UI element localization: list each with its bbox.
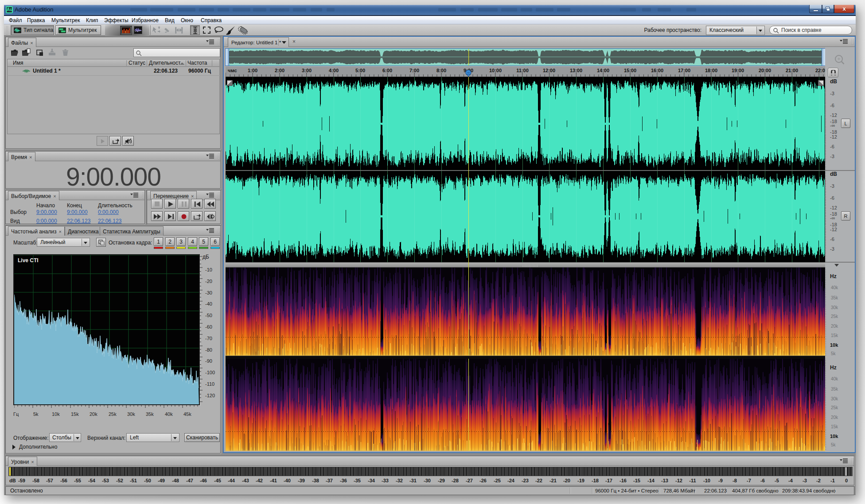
svg-text:16:00: 16:00 xyxy=(651,68,663,73)
svg-text:21:00: 21:00 xyxy=(786,68,798,73)
svg-text:3:00: 3:00 xyxy=(302,68,312,73)
svg-text:Live CTI: Live CTI xyxy=(18,257,39,264)
svg-text:19:00: 19:00 xyxy=(732,68,744,73)
svg-text:4:00: 4:00 xyxy=(329,68,339,73)
svg-text:20:00: 20:00 xyxy=(759,68,771,73)
svg-text:2:00: 2:00 xyxy=(275,68,284,73)
svg-text:17:00: 17:00 xyxy=(678,68,690,73)
svg-text:6:00: 6:00 xyxy=(382,68,392,73)
svg-text:12:00: 12:00 xyxy=(543,68,555,73)
svg-text:18:00: 18:00 xyxy=(705,68,717,73)
svg-text:7:00: 7:00 xyxy=(409,68,419,73)
svg-text:11:00: 11:00 xyxy=(516,68,529,73)
svg-text:чмс: чмс xyxy=(228,68,237,73)
svg-text:13:00: 13:00 xyxy=(570,68,582,73)
svg-text:8:00: 8:00 xyxy=(436,68,446,73)
svg-text:15:00: 15:00 xyxy=(624,68,636,73)
svg-text:14:00: 14:00 xyxy=(597,68,609,73)
svg-text:1:00: 1:00 xyxy=(248,68,257,73)
svg-text:10:00: 10:00 xyxy=(489,68,502,73)
svg-text:22:00: 22:00 xyxy=(815,68,825,73)
svg-text:5:00: 5:00 xyxy=(355,68,365,73)
